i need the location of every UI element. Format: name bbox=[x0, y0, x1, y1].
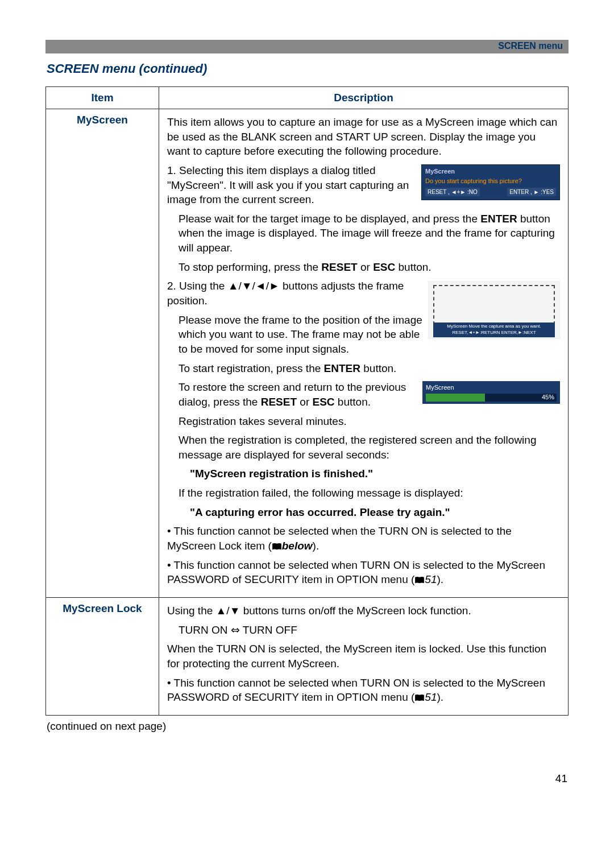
header-bar: SCREEN menu bbox=[45, 40, 569, 53]
progress-percent: 45% bbox=[542, 393, 554, 402]
step2-start-text: To start registration, press the ENTER b… bbox=[179, 361, 560, 376]
result-fail-intro: If the registration failed, the followin… bbox=[179, 486, 560, 501]
step1-stop-text: To stop performing, press the RESET or E… bbox=[179, 260, 560, 275]
dialog-yes-button: ENTER , ► :YES bbox=[507, 188, 556, 197]
header-menu-label: SCREEN menu bbox=[498, 41, 563, 51]
lock-toggle: TURN ON ⇔ TURN OFF bbox=[179, 623, 560, 638]
myscreen-dialog-illustration: MyScreen Do you start capturing this pic… bbox=[421, 164, 560, 200]
lock-line2: When the TURN ON is selected, the MyScre… bbox=[167, 642, 560, 671]
description-myscreen: This item allows you to capture an image… bbox=[159, 109, 569, 598]
item-name-myscreen-lock: MyScreen Lock bbox=[46, 597, 159, 715]
table-row: MyScreen This item allows you to capture… bbox=[46, 109, 569, 598]
progress-bar: 45% bbox=[426, 394, 557, 402]
item-name-myscreen: MyScreen bbox=[46, 109, 159, 598]
book-icon bbox=[414, 694, 425, 702]
dialog-question: Do you start capturing this picture? bbox=[425, 177, 556, 185]
frame-diagram-illustration: MyScreen Move the capture area as you wa… bbox=[428, 281, 560, 339]
lock-note: • This function cannot be selected when … bbox=[167, 676, 560, 705]
result-fail-msg: "A capturing error has occurred. Please … bbox=[190, 505, 560, 520]
step1-enter-text: Please wait for the target image to be d… bbox=[179, 212, 560, 255]
lock-line1: Using the ▲/▼ buttons turns on/off the M… bbox=[167, 604, 560, 618]
result-success-intro: When the registration is completed, the … bbox=[179, 433, 560, 462]
col-header-item: Item bbox=[46, 87, 159, 109]
dialog-no-button: RESET , ◄+► :NO bbox=[425, 188, 480, 197]
dialog-title: MyScreen bbox=[425, 167, 556, 176]
section-title: SCREEN menu (continued) bbox=[47, 61, 569, 76]
continued-note: (continued on next page) bbox=[47, 720, 569, 733]
frame-diagram-caption: MyScreen Move the capture area as you wa… bbox=[433, 323, 555, 337]
book-icon bbox=[272, 543, 282, 551]
col-header-description: Description bbox=[159, 87, 569, 109]
note2: • This function cannot be selected when … bbox=[167, 558, 560, 587]
intro-text: This item allows you to capture an image… bbox=[167, 115, 560, 159]
note1: • This function cannot be selected when … bbox=[167, 524, 560, 553]
table-row: MyScreen Lock Using the ▲/▼ buttons turn… bbox=[46, 597, 569, 715]
step2-duration-text: Registration takes several minutes. bbox=[179, 414, 560, 429]
book-icon bbox=[414, 576, 425, 584]
result-success-msg: "MyScreen registration is finished." bbox=[190, 466, 560, 481]
description-myscreen-lock: Using the ▲/▼ buttons turns on/off the M… bbox=[159, 597, 569, 715]
page-number: 41 bbox=[45, 772, 569, 785]
dashed-frame bbox=[433, 285, 555, 325]
progress-title: MyScreen bbox=[426, 383, 557, 392]
main-table: Item Description MyScreen This item allo… bbox=[45, 86, 569, 716]
progress-dialog-illustration: MyScreen 45% bbox=[422, 381, 560, 404]
